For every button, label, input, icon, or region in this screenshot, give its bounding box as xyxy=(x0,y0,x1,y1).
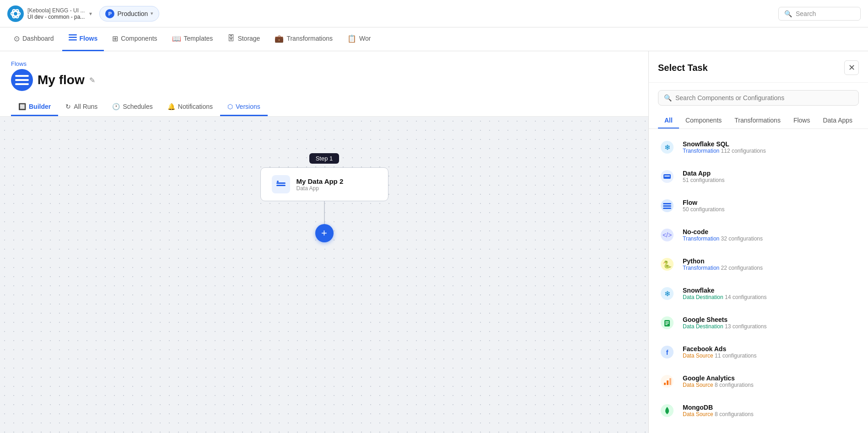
breadcrumb[interactable]: Flows xyxy=(11,60,637,67)
svg-rect-4 xyxy=(69,34,77,36)
nav-item-components-label: Components xyxy=(121,35,157,42)
task-meta-google-analytics: Data Source 8 configurations xyxy=(683,382,754,388)
close-panel-button[interactable]: ✕ xyxy=(844,60,859,75)
filter-tab-components[interactable]: Components xyxy=(679,113,728,128)
wor-icon: 📋 xyxy=(347,34,356,43)
task-icon-google-sheets xyxy=(658,314,676,332)
edit-icon[interactable]: ✎ xyxy=(89,76,95,85)
task-item-google-sheets[interactable]: Google SheetsData Destination 13 configu… xyxy=(649,308,868,337)
svg-rect-21 xyxy=(663,205,671,207)
svg-rect-31 xyxy=(665,321,669,322)
brand-text: [Keboola] ENGG - UI ... UI dev - common … xyxy=(27,7,85,20)
nav-item-components[interactable]: ⊞ Components xyxy=(106,27,163,51)
svg-rect-37 xyxy=(664,383,666,385)
tab-notifications[interactable]: 🔔 Notifications xyxy=(160,98,220,116)
connector-line xyxy=(324,201,325,224)
task-list: ❄Snowflake SQLTransformation 112 configu… xyxy=(649,129,868,433)
task-name-snowflake: Snowflake xyxy=(683,287,766,294)
tab-builder[interactable]: 🔲 Builder xyxy=(11,98,58,116)
task-item-facebook-ads[interactable]: fFacebook AdsData Source 11 configuratio… xyxy=(649,337,868,367)
task-info-data-app: Data App51 configurations xyxy=(683,170,724,183)
tab-versions[interactable]: ⬡ Versions xyxy=(220,98,268,116)
task-item-google-analytics[interactable]: Google AnalyticsData Source 8 configurat… xyxy=(649,367,868,396)
task-item-no-code[interactable]: </>No-codeTransformation 32 configuratio… xyxy=(649,220,868,250)
nav-item-dashboard[interactable]: ⊙ Dashboard xyxy=(7,27,60,51)
filter-tab-data-apps[interactable]: Data Apps xyxy=(816,113,859,128)
task-info-snowflake: SnowflakeData Destination 14 configurati… xyxy=(683,287,766,300)
nav-item-storage-label: Storage xyxy=(237,35,260,42)
brand-chevron-icon[interactable]: ▾ xyxy=(89,11,92,17)
flow-header: Flows My flow ✎ 🔲 Builder xyxy=(0,51,648,117)
task-name-google-analytics: Google Analytics xyxy=(683,374,754,382)
env-icon: P xyxy=(105,9,114,18)
task-item-snowflake-sql[interactable]: ❄Snowflake SQLTransformation 112 configu… xyxy=(649,133,868,162)
step-card-icon xyxy=(272,175,290,193)
task-name-google-sheets: Google Sheets xyxy=(683,316,766,323)
tab-versions-label: Versions xyxy=(236,103,260,110)
transformations-icon: 💼 xyxy=(275,34,284,43)
svg-rect-6 xyxy=(69,39,77,41)
task-item-snowflake[interactable]: ❄SnowflakeData Destination 14 configurat… xyxy=(649,279,868,308)
svg-rect-10 xyxy=(275,178,287,191)
filter-tab-flows[interactable]: Flows xyxy=(787,113,817,128)
nav-item-templates[interactable]: 📖 Templates xyxy=(166,27,220,51)
task-item-flow[interactable]: Flow50 configurations xyxy=(649,191,868,220)
task-info-flow: Flow50 configurations xyxy=(683,199,724,213)
tab-all-runs[interactable]: ↻ All Runs xyxy=(58,98,105,116)
environment-selector[interactable]: P Production ▾ xyxy=(99,6,159,21)
global-search[interactable]: 🔍 Search xyxy=(778,7,861,21)
task-item-mongodb[interactable]: MongoDBData Source 8 configurations xyxy=(649,396,868,425)
svg-rect-32 xyxy=(665,323,669,324)
task-info-snowflake-sql: Snowflake SQLTransformation 112 configur… xyxy=(683,140,766,154)
svg-rect-9 xyxy=(15,83,29,85)
main-layout: Flows My flow ✎ 🔲 Builder xyxy=(0,51,868,433)
notifications-icon: 🔔 xyxy=(167,103,175,110)
panel-search-icon: 🔍 xyxy=(664,94,672,102)
filter-tabs: All Components Transformations Flows Dat… xyxy=(649,113,868,129)
nav-item-wor-label: Wor xyxy=(359,35,371,42)
task-item-data-app[interactable]: Data App51 configurations xyxy=(649,162,868,191)
svg-text:❄: ❄ xyxy=(664,144,670,151)
task-icon-mongodb xyxy=(658,401,676,420)
panel-search-box[interactable]: 🔍 xyxy=(658,90,859,106)
svg-rect-11 xyxy=(276,182,286,184)
nav-item-dashboard-label: Dashboard xyxy=(22,35,54,42)
task-info-facebook-ads: Facebook AdsData Source 11 configuration… xyxy=(683,345,756,359)
task-name-data-app: Data App xyxy=(683,170,724,177)
nav-item-storage[interactable]: 🗄 Storage xyxy=(221,27,266,51)
task-icon-python: 🐍 xyxy=(658,255,676,273)
nav-item-flows-label: Flows xyxy=(80,35,98,42)
svg-text:🐍: 🐍 xyxy=(663,260,672,269)
task-icon-google-analytics xyxy=(658,372,676,390)
task-item-python[interactable]: 🐍PythonTransformation 22 configurations xyxy=(649,250,868,279)
main-nav: ⊙ Dashboard Flows ⊞ Components 📖 Templat… xyxy=(0,27,868,51)
svg-point-13 xyxy=(277,181,279,182)
task-name-snowflake-sql: Snowflake SQL xyxy=(683,140,766,148)
builder-icon: 🔲 xyxy=(18,103,26,110)
tab-schedules[interactable]: 🕐 Schedules xyxy=(105,98,160,116)
search-icon: 🔍 xyxy=(784,10,792,17)
task-info-python: PythonTransformation 22 configurations xyxy=(683,257,763,271)
nav-item-transformations[interactable]: 💼 Transformations xyxy=(268,27,339,51)
nav-item-wor[interactable]: 📋 Wor xyxy=(341,27,377,51)
svg-rect-33 xyxy=(665,324,668,325)
add-step-button[interactable]: + xyxy=(315,224,334,242)
brand-title: [Keboola] ENGG - UI ... xyxy=(27,7,85,14)
svg-rect-12 xyxy=(276,185,286,186)
env-chevron-icon: ▾ xyxy=(151,11,153,16)
task-info-no-code: No-codeTransformation 32 configurations xyxy=(683,228,763,242)
filter-tab-all[interactable]: All xyxy=(658,113,679,128)
filter-tab-transformations[interactable]: Transformations xyxy=(728,113,787,128)
task-icon-snowflake: ❄ xyxy=(658,284,676,303)
components-icon: ⊞ xyxy=(112,34,118,43)
panel-search-input[interactable] xyxy=(675,94,853,102)
task-icon-flow xyxy=(658,197,676,215)
task-info-google-analytics: Google AnalyticsData Source 8 configurat… xyxy=(683,374,754,388)
svg-rect-39 xyxy=(669,378,671,385)
step-card[interactable]: My Data App 2 Data App xyxy=(260,167,388,201)
task-info-google-sheets: Google SheetsData Destination 13 configu… xyxy=(683,316,766,330)
svg-rect-8 xyxy=(15,79,29,81)
task-name-facebook-ads: Facebook Ads xyxy=(683,345,756,353)
nav-item-flows[interactable]: Flows xyxy=(62,27,104,51)
svg-text:❄: ❄ xyxy=(664,290,670,298)
